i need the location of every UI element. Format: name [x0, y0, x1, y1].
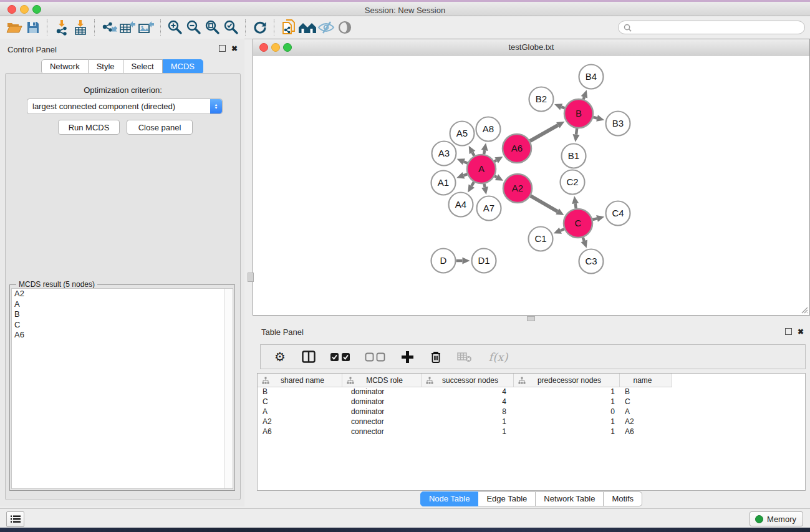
home-button[interactable] — [298, 19, 317, 36]
tab-edge-table[interactable]: Edge Table — [478, 491, 536, 506]
graph-node-label: B4 — [586, 71, 597, 82]
graph-node-A[interactable]: A — [467, 155, 496, 183]
control-panel-window-buttons: ✖ — [219, 45, 238, 52]
graph-node-A6[interactable]: A6 — [503, 134, 531, 163]
graph-node-A2[interactable]: A2 — [503, 174, 532, 203]
table-row[interactable]: A6connector11A6 — [258, 427, 805, 437]
table-cell: 1 — [514, 387, 620, 396]
resize-grip-icon[interactable] — [799, 305, 808, 314]
graph-node-C2[interactable]: C2 — [561, 170, 585, 195]
zoom-in-button[interactable] — [166, 19, 185, 36]
open-session-button[interactable] — [5, 19, 24, 36]
graph-node-C[interactable]: C — [564, 209, 592, 238]
result-item[interactable]: A6 — [12, 330, 233, 341]
export-network-button[interactable] — [100, 19, 118, 36]
refresh-button[interactable] — [251, 19, 269, 36]
column-header-name[interactable]: name — [620, 374, 672, 387]
mcds-result-title: MCDS result (5 nodes) — [16, 280, 97, 289]
column-header-MCDS-role[interactable]: MCDS role — [342, 374, 422, 387]
graph-node-label: B3 — [612, 118, 624, 128]
window-title: Session: New Session — [0, 6, 810, 15]
table-settings-button[interactable]: ⚙ — [272, 349, 288, 365]
result-item[interactable]: A2 — [12, 289, 233, 299]
splitpane-horizontal-thumb[interactable] — [527, 316, 535, 321]
float-panel-icon[interactable] — [219, 45, 226, 52]
result-item[interactable]: A — [12, 299, 233, 310]
eye-slash-icon — [317, 21, 335, 34]
delete-table-button[interactable] — [456, 349, 473, 365]
network-window-titlebar[interactable]: testGlobe.txt — [253, 39, 809, 56]
graph-node-A1[interactable]: A1 — [432, 171, 456, 195]
result-item[interactable]: C — [12, 320, 233, 331]
graph-edge-arrowhead — [481, 186, 488, 195]
graph-node-D1[interactable]: D1 — [472, 249, 496, 273]
run-mcds-button[interactable]: Run MCDS — [58, 120, 120, 135]
import-network-button[interactable] — [52, 19, 71, 36]
graph-node-A4[interactable]: A4 — [449, 193, 473, 217]
table-row[interactable]: Adominator80A — [258, 407, 805, 417]
criterion-dropdown[interactable]: largest connected component (directed) ▲… — [27, 99, 223, 114]
select-all-button[interactable] — [329, 349, 352, 365]
zoom-selected-button[interactable] — [222, 19, 241, 36]
graph-node-B4[interactable]: B4 — [579, 65, 604, 89]
import-table-button[interactable] — [71, 19, 90, 36]
graph-node-A8[interactable]: A8 — [476, 117, 501, 142]
tab-select[interactable]: Select — [123, 59, 163, 74]
graph-node-B[interactable]: B — [564, 99, 593, 128]
tab-network-table[interactable]: Network Table — [536, 491, 604, 506]
table-cell: C — [620, 397, 672, 406]
function-builder-button[interactable]: f(x) — [485, 349, 511, 365]
table-cell: connector — [342, 427, 422, 436]
graph-node-B1[interactable]: B1 — [562, 144, 586, 168]
table-row[interactable]: Cdominator41C — [258, 397, 805, 407]
add-column-button[interactable] — [399, 349, 415, 365]
graph-node-label: A7 — [483, 203, 494, 213]
graph-edge-arrowhead — [463, 258, 470, 264]
splitpane-vertical-thumb[interactable] — [248, 273, 254, 282]
graph-node-B2[interactable]: B2 — [529, 87, 554, 112]
network-canvas[interactable]: B4B2BB3A5A8A6A3B1AA1C2A2A4A7C4CC1C3DD1 — [253, 56, 809, 315]
tab-motifs[interactable]: Motifs — [604, 491, 642, 506]
export-table-button[interactable] — [118, 19, 137, 36]
table-row[interactable]: A2connector11A2 — [258, 417, 805, 427]
tab-mcds[interactable]: MCDS — [163, 59, 203, 74]
column-header-shared-name[interactable]: shared name — [258, 374, 342, 387]
graph-node-B3[interactable]: B3 — [606, 112, 630, 136]
column-type-icon — [262, 377, 269, 384]
save-session-button[interactable] — [24, 19, 42, 36]
result-item[interactable]: B — [12, 309, 233, 320]
memory-button[interactable]: Memory — [750, 511, 803, 526]
plus-icon — [402, 351, 413, 363]
graph-node-C3[interactable]: C3 — [579, 249, 604, 274]
task-history-button[interactable] — [6, 511, 24, 527]
table-cell: 0 — [514, 407, 620, 416]
search-input[interactable] — [618, 21, 805, 34]
show-eye-button[interactable] — [335, 19, 354, 36]
close-table-panel-icon[interactable]: ✖ — [798, 329, 804, 335]
close-panel-icon[interactable]: ✖ — [231, 46, 238, 52]
tab-network[interactable]: Network — [41, 59, 89, 74]
export-image-button[interactable] — [137, 19, 156, 36]
tab-node-table[interactable]: Node Table — [420, 491, 479, 506]
hide-glasses-button[interactable] — [317, 19, 335, 36]
split-panel-button[interactable] — [301, 349, 317, 365]
graph-node-A5[interactable]: A5 — [450, 122, 475, 146]
table-row[interactable]: Bdominator41B — [258, 387, 805, 397]
zoom-fit-button[interactable] — [203, 19, 222, 36]
result-list-scrollbar[interactable] — [224, 289, 233, 488]
graph-node-A7[interactable]: A7 — [477, 196, 501, 221]
column-header-predecessor-nodes[interactable]: predecessor nodes — [514, 374, 620, 387]
tab-style[interactable]: Style — [89, 59, 123, 74]
graph-edge — [463, 174, 467, 175]
column-header-successor-nodes[interactable]: successor nodes — [422, 374, 514, 387]
graph-node-D[interactable]: D — [432, 249, 456, 273]
graph-node-C4[interactable]: C4 — [606, 201, 630, 226]
deselect-all-button[interactable] — [364, 349, 387, 365]
zoom-out-button[interactable] — [185, 19, 203, 36]
graph-node-C1[interactable]: C1 — [529, 227, 553, 251]
graph-node-A3[interactable]: A3 — [432, 142, 456, 166]
session-from-network-button[interactable] — [279, 19, 298, 36]
delete-column-button[interactable] — [428, 349, 444, 365]
close-panel-button[interactable]: Close panel — [127, 120, 193, 135]
float-table-panel-icon[interactable] — [785, 328, 792, 335]
